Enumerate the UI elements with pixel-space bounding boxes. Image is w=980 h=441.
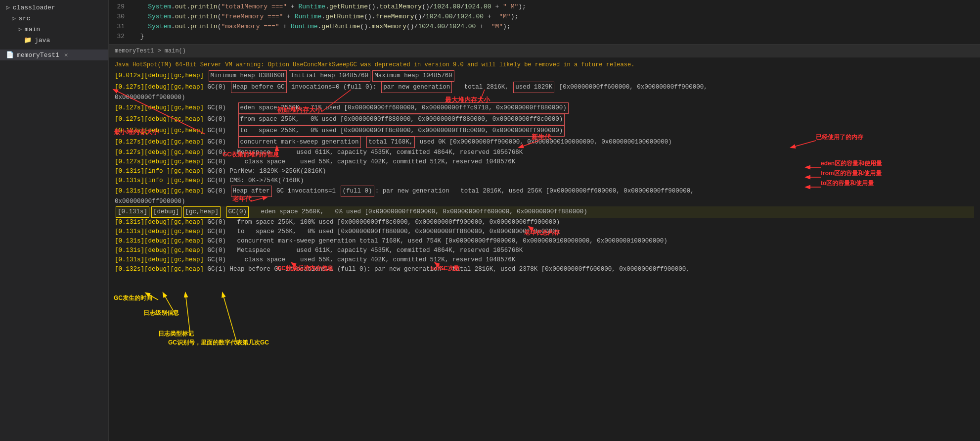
svg-line-28 — [163, 293, 176, 315]
eden-space-box: eden space 2560K, 71% used [0x00000000ff… — [238, 102, 569, 114]
gc-line-metaspace: [0.127s][debug][gc,heap] GC(0) Metaspace… — [115, 148, 974, 157]
svg-line-32 — [223, 293, 237, 344]
main-content: 29 30 31 32 System.out.println("totalMem… — [109, 0, 980, 441]
gc-line-to: [0.127s][debug][gc,heap] GC(0) to space … — [115, 125, 974, 137]
code-line-29: System.out.println("totalMemory ===" + R… — [133, 2, 976, 12]
gc-line-from-after: [0.131s][debug][gc,heap] GC(0) from spac… — [115, 218, 974, 227]
gc-line-meta-after: [0.131s][debug][gc,heap] GC(0) Metaspace… — [115, 246, 974, 255]
gc-line-heap-before-cont: 0x00000000ff900000) — [115, 93, 974, 102]
gc-line-heapsize: [0.012s][debug][gc,heap] Minimum heap 83… — [115, 70, 974, 82]
svg-line-26 — [146, 293, 158, 300]
cms-gen-box: concurrent mark-sweep generation — [238, 137, 361, 148]
console-output: Java HotSpot(TM) 64-Bit Server VM warnin… — [109, 57, 980, 441]
warning-line: Java HotSpot(TM) 64-Bit Server VM warnin… — [115, 60, 974, 69]
line-numbers: 29 30 31 32 — [109, 0, 129, 44]
breadcrumb-path: memoryTest1 > main() — [115, 48, 186, 54]
sidebar-item-memorytest1[interactable]: 📄 memoryTest1 ✕ — [0, 49, 108, 60]
init-heap-box: Initial heap 10485760 — [289, 70, 371, 82]
folder-icon: ▷ — [6, 3, 10, 11]
code-line-31: System.out.println("maxMemory ===" + Run… — [133, 22, 976, 32]
gc-line-eden: [0.127s][debug][gc,heap] GC(0) eden spac… — [115, 102, 974, 114]
sidebar-item-java[interactable]: 📁 java — [0, 35, 108, 46]
from-space-box: from space 256K, 0% used [0x00000000ff88… — [238, 114, 565, 125]
gc-line-heap-after: [0.131s][debug][gc,heap] GC(0) Heap afte… — [115, 186, 974, 197]
code-line-30: System.out.println("freeMemory ===" + Ru… — [133, 12, 976, 22]
gc-line-heap-before: [0.127s][debug][gc,heap] GC(0) Heap befo… — [115, 82, 974, 93]
gc-line-cms-stat: [0.131s][info ][gc,heap] GC(0) CMS: 0K->… — [115, 176, 974, 186]
gc-line-parnew: [0.131s][info ][gc,heap] GC(0) ParNew: 1… — [115, 167, 974, 176]
close-icon[interactable]: ✕ — [64, 51, 68, 59]
heap-after-box: Heap after — [231, 186, 272, 197]
timestamp-highlight: [0.131s] — [116, 206, 149, 218]
svg-text:日志级别信息: 日志级别信息 — [143, 309, 179, 316]
max-heap-box: Maximum heap 10485760 — [372, 70, 454, 82]
min-heap-box: Minimum heap 8388608 — [209, 70, 287, 82]
gc-line-from: [0.127s][debug][gc,heap] GC(0) from spac… — [115, 114, 974, 125]
gc-line-highlighted: [0.131s] [debug] [gc,heap] GC(0) eden sp… — [115, 206, 974, 218]
svg-text:GC发生的时间: GC发生的时间 — [114, 294, 152, 301]
gc-line-class-after: [0.131s][debug][gc,heap] GC(0) class spa… — [115, 255, 974, 265]
gc-line-next: [0.132s][debug][gc,heap] GC(1) Heap befo… — [115, 265, 974, 274]
sidebar-item-src[interactable]: ▷ src — [0, 13, 108, 24]
to-space-box: to space 256K, 0% used [0x00000000ff8c00… — [238, 125, 565, 137]
app-container: ▷ classloader ▷ src ▷ main 📁 java 📄 memo… — [0, 0, 980, 441]
svg-line-30 — [185, 293, 190, 336]
gc-line-cms-after: [0.131s][debug][gc,heap] GC(0) concurren… — [115, 237, 974, 246]
code-line-32: } — [133, 32, 976, 42]
tag-highlight: [gc,heap] — [183, 206, 221, 218]
folder-icon-src: ▷ — [12, 14, 16, 22]
level-highlight: [debug] — [151, 206, 181, 218]
gcid-highlight: GC(0) — [226, 206, 249, 218]
folder-icon-java: 📁 — [24, 36, 32, 44]
svg-text:GC识别号，里面的数字代表第几次GC: GC识别号，里面的数字代表第几次GC — [168, 339, 269, 346]
folder-icon-main: ▷ — [18, 25, 22, 33]
total-7168-box: total 7168K, — [366, 137, 415, 148]
svg-text:日志类型标记: 日志类型标记 — [158, 330, 194, 337]
gc-line-to-after: [0.131s][debug][gc,heap] GC(0) to space … — [115, 227, 974, 237]
full0-box: (full 0) — [341, 186, 374, 197]
file-icon: 📄 — [6, 51, 14, 59]
editor-area: 29 30 31 32 System.out.println("totalMem… — [109, 0, 980, 45]
gc-line-classspace: [0.127s][debug][gc,heap] GC(0) class spa… — [115, 157, 974, 167]
sidebar-item-main[interactable]: ▷ main — [0, 24, 108, 35]
sidebar: ▷ classloader ▷ src ▷ main 📁 java 📄 memo… — [0, 0, 109, 441]
breadcrumb: memoryTest1 > main() — [109, 45, 980, 57]
code-content[interactable]: System.out.println("totalMemory ===" + R… — [129, 0, 980, 44]
gc-line-cms: [0.127s][debug][gc,heap] GC(0) concurren… — [115, 137, 974, 148]
used-1829-box: used 1829K — [513, 82, 554, 93]
heap-before-box: Heap before GC — [231, 82, 287, 93]
gc-line-after-cont: 0x00000000ff900000) — [115, 197, 974, 206]
sidebar-item-classloader[interactable]: ▷ classloader — [0, 2, 108, 13]
par-new-gen-box: par new generation — [381, 82, 452, 93]
